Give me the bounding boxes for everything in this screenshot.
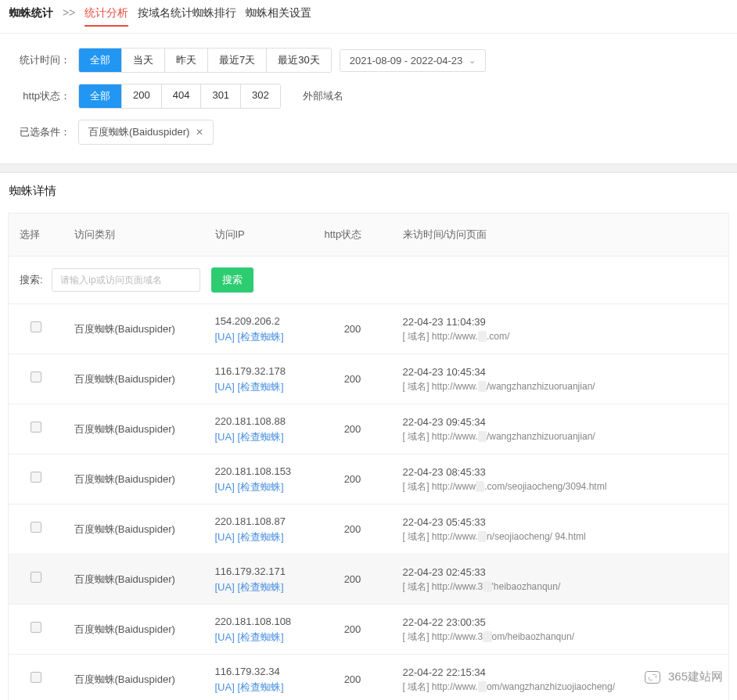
wechat-icon [645,671,660,684]
cell-ip: 154.209.206.2[UA] [检查蜘蛛] [204,304,314,354]
check-spider-link[interactable]: [检查蜘蛛] [235,531,284,543]
check-spider-link[interactable]: [检查蜘蛛] [235,581,284,593]
close-icon[interactable]: ✕ [196,127,203,138]
row-checkbox[interactable] [31,472,41,483]
status-pill[interactable]: 404 [162,84,202,108]
cell-status: 200 [314,655,392,701]
status-pill[interactable]: 302 [241,84,280,108]
time-pill[interactable]: 昨天 [165,48,208,72]
ua-link[interactable]: [UA] [215,631,235,643]
spider-table: 选择 访问类别 访问IP http状态 来访时间/访问页面 搜索: 搜索 百度蜘… [8,213,729,700]
cell-ip: 116.179.32.178[UA] [检查蜘蛛] [204,354,314,404]
filter-row-selected: 已选条件： 百度蜘蛛(Baiduspider) ✕ [16,120,721,145]
table-row: 百度蜘蛛(Baiduspider)220.181.108.87[UA] [检查蜘… [9,504,729,555]
table-row: 百度蜘蛛(Baiduspider)116.179.32.34[UA] [检查蜘蛛… [9,655,729,701]
selected-tag-label: 百度蜘蛛(Baiduspider) [88,125,189,139]
breadcrumb-link-ranking[interactable]: 按域名统计蜘蛛排行 [138,6,236,19]
check-spider-link[interactable]: [检查蜘蛛] [235,331,284,343]
row-checkbox[interactable] [31,622,41,633]
date-range-value: 2021-08-09 - 2022-04-23 [350,55,463,66]
cell-ip: 116.179.32.34[UA] [检查蜘蛛] [204,655,314,701]
divider [0,163,737,173]
status-pill[interactable]: 200 [122,84,162,108]
filter-time-label: 统计时间： [16,53,70,67]
table-row: 百度蜘蛛(Baiduspider)220.181.108.108[UA] [检查… [9,605,729,655]
th-select: 选择 [9,214,63,257]
ua-link[interactable]: [UA] [215,331,235,343]
ua-link[interactable]: [UA] [215,581,235,593]
row-checkbox[interactable] [31,321,41,332]
table-row: 百度蜘蛛(Baiduspider)220.181.108.153[UA] [检查… [9,454,729,504]
time-pill-group: 全部当天昨天最近7天最近30天 [78,48,332,73]
table-body: 搜索: 搜索 百度蜘蛛(Baiduspider)154.209.206.2[UA… [9,257,729,701]
cell-ip: 220.181.108.108[UA] [检查蜘蛛] [204,605,314,655]
ua-link[interactable]: [UA] [215,381,235,393]
table-row: 百度蜘蛛(Baiduspider)220.181.108.88[UA] [检查蜘… [9,404,729,454]
cell-type: 百度蜘蛛(Baiduspider) [63,605,204,655]
search-button[interactable]: 搜索 [211,267,253,293]
filter-row-status: http状态： 全部200404301302 外部域名 [16,84,721,109]
th-status: http状态 [314,214,392,257]
external-domain-link[interactable]: 外部域名 [292,84,354,108]
ua-link[interactable]: [UA] [215,481,235,493]
cell-status: 200 [314,404,392,454]
cell-type: 百度蜘蛛(Baiduspider) [63,454,204,504]
row-checkbox[interactable] [31,522,41,533]
search-row: 搜索: 搜索 [9,257,729,304]
th-type: 访问类别 [63,214,204,257]
ua-link[interactable]: [UA] [215,681,235,693]
filter-row-time: 统计时间： 全部当天昨天最近7天最近30天 2021-08-09 - 2022-… [16,48,721,73]
time-pill[interactable]: 当天 [122,48,165,72]
breadcrumb-title: 蜘蛛统计 [9,6,53,19]
ua-link[interactable]: [UA] [215,531,235,543]
search-label: 搜索: [20,274,43,285]
cell-status: 200 [314,555,392,605]
cell-ip: 116.179.32.171[UA] [检查蜘蛛] [204,555,314,605]
check-spider-link[interactable]: [检查蜘蛛] [235,681,284,693]
cell-status: 200 [314,304,392,354]
cell-visit: 22-04-22 23:00:35[ 域名] http://www.3 om/h… [392,605,729,655]
status-pill[interactable]: 全部 [79,84,122,108]
filter-status-label: http状态： [16,89,70,103]
ua-link[interactable]: [UA] [215,431,235,443]
row-checkbox[interactable] [31,572,41,583]
cell-type: 百度蜘蛛(Baiduspider) [63,304,204,354]
breadcrumb-active[interactable]: 统计分析 [84,6,128,27]
cell-visit: 22-04-23 08:45:33[ 域名] http://www .com/s… [392,454,729,504]
cell-status: 200 [314,605,392,655]
cell-type: 百度蜘蛛(Baiduspider) [63,354,204,404]
cell-visit: 22-04-23 09:45:34[ 域名] http://www. /wang… [392,404,729,454]
status-pill[interactable]: 301 [201,84,241,108]
th-visit: 来访时间/访问页面 [392,214,729,257]
row-checkbox[interactable] [31,372,41,382]
section-title: 蜘蛛详情 [0,173,737,213]
cell-status: 200 [314,504,392,555]
table-row: 百度蜘蛛(Baiduspider)116.179.32.178[UA] [检查蜘… [9,354,729,404]
cell-type: 百度蜘蛛(Baiduspider) [63,504,204,555]
breadcrumb: 蜘蛛统计 >> 统计分析 按域名统计蜘蛛排行 蜘蛛相关设置 [0,0,737,34]
th-ip: 访问IP [204,214,314,257]
cell-type: 百度蜘蛛(Baiduspider) [63,404,204,454]
table-row: 百度蜘蛛(Baiduspider)116.179.32.171[UA] [检查蜘… [9,555,729,605]
check-spider-link[interactable]: [检查蜘蛛] [235,631,284,643]
breadcrumb-link-settings[interactable]: 蜘蛛相关设置 [246,6,311,19]
check-spider-link[interactable]: [检查蜘蛛] [235,431,284,443]
cell-status: 200 [314,454,392,504]
time-pill[interactable]: 全部 [79,48,122,72]
time-pill[interactable]: 最近7天 [208,48,267,72]
row-checkbox[interactable] [31,672,41,683]
cell-status: 200 [314,354,392,404]
table-header-row: 选择 访问类别 访问IP http状态 来访时间/访问页面 [9,214,729,257]
cell-visit: 22-04-23 05:45:33[ 域名] http://www. n/seo… [392,504,729,555]
check-spider-link[interactable]: [检查蜘蛛] [235,481,284,493]
search-input[interactable] [52,268,200,292]
cell-visit: 22-04-23 02:45:33[ 域名] http://www.3 'hei… [392,555,729,605]
table-row: 百度蜘蛛(Baiduspider)154.209.206.2[UA] [检查蜘蛛… [9,304,729,354]
row-checkbox[interactable] [31,422,41,433]
filter-selected-label: 已选条件： [16,125,70,139]
cell-type: 百度蜘蛛(Baiduspider) [63,555,204,605]
date-range-picker[interactable]: 2021-08-09 - 2022-04-23 ⌄ [340,49,487,72]
check-spider-link[interactable]: [检查蜘蛛] [235,381,284,393]
cell-visit: 22-04-23 11:04:39[ 域名] http://www. .com/ [392,304,729,354]
time-pill[interactable]: 最近30天 [267,48,330,72]
